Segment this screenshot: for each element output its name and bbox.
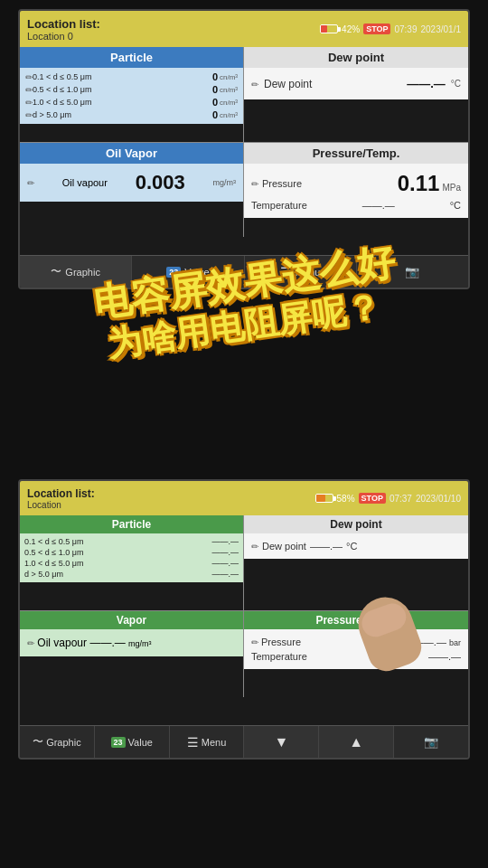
s2-pressure-section: Pressure/Temp. Pressure ——.— bar Tempera… [244,611,468,697]
camera-button[interactable] [357,256,468,288]
dew-value: ——.— [407,77,446,90]
table-row: 0.5 < d ≤ 1.0 μm ——.— [24,547,239,558]
bottom-toolbar: Graphic 23 Value Menu ▼ ▲ [20,725,468,758]
particle-val-2: 0 [212,84,218,95]
s2-pressure-title: Pressure/Temp. [244,611,468,629]
particle-val-1: 0 [212,71,218,82]
graphic-label: Graphic [65,267,100,278]
top-header: Location list: Location 0 42% STOP 07:39… [20,11,468,47]
bottom-stop: STOP [359,493,386,504]
dew-unit: °C [451,79,461,89]
particle-unit-1: cn/m³ [220,73,238,81]
status-area: 42% STOP 07:39 2023/01/1 [320,24,461,34]
s2-particle-section: Particle 0.1 < d ≤ 0.5 μm ——.— 0.5 < d ≤… [20,515,244,611]
table-row: 0.5 < d ≤ 1.0 μm 0 cn/m³ [25,83,238,96]
camera-icon [424,735,438,749]
bottom-graphic-button[interactable]: Graphic [20,726,95,758]
down-arrow-button[interactable]: ▼ [244,726,319,758]
particle-unit-4: cn/m³ [220,111,238,119]
particle-title: Particle [20,47,243,68]
s2-particle-rows: 0.1 < d ≤ 0.5 μm ——.— 0.5 < d ≤ 1.0 μm —… [20,533,243,582]
particle-rows: 0.1 < d ≤ 0.5 μm 0 cn/m³ 0.5 < d ≤ 1.0 μ… [20,68,243,124]
oil-unit: mg/m³ [213,178,237,187]
overlay-line2: 为啥用电阻屏呢？ [26,278,461,375]
dew-label: Dew point [264,78,312,90]
value-button[interactable]: 23 Value [132,256,244,288]
bottom-graphic-label: Graphic [46,737,81,748]
bottom-menu-label: Menu [202,737,227,748]
s2-temp-row: Temperature ——.— [251,649,461,664]
temp-value: ——.— [362,200,395,211]
pressure-section: Pressure/Temp. Pressure 0.11 MPa Tempera… [244,143,468,236]
menu-label: Menu [296,267,321,278]
stop-badge: STOP [363,24,390,34]
pressure-label: Pressure [262,178,302,189]
dew-title: Dew point [244,47,468,68]
location-value: Location 0 [27,31,100,42]
menu-button[interactable]: Menu [245,256,357,288]
particle-label-3: 1.0 < d ≤ 5.0 μm [33,98,212,107]
s2-dew-content: Dew point ——.— °C [244,533,468,559]
value-label: Value [184,267,209,278]
graphic-button[interactable]: Graphic [20,256,132,288]
pencil-icon [27,637,34,649]
s2-particle-title: Particle [20,515,243,533]
bottom-value-badge: 23 [111,737,126,748]
pressure-row: Pressure 0.11 MPa [251,169,461,198]
dew-section: Dew point Dew point ——.— °C [244,47,468,143]
menu-icon [280,265,292,279]
pencil-icon [25,110,33,120]
menu-icon [187,735,199,750]
bottom-time: 07:37 [389,494,412,504]
location-list-label: Location list: [27,17,100,31]
s2-temp-value: ——.— [428,651,461,662]
top-content: Particle 0.1 < d ≤ 0.5 μm 0 cn/m³ 0.5 < … [20,47,468,255]
particle-unit-2: cn/m³ [220,86,238,94]
camera-icon [405,265,419,278]
bottom-status: 58% STOP 07:37 2023/01/10 [315,493,461,504]
bottom-menu-button[interactable]: Menu [170,726,245,758]
s2-oil-content: Oil vapour ——.— mg/m³ [20,629,243,656]
temp-row: Temperature ——.— °C [251,198,461,212]
s2-p-val4: ——.— [211,570,239,579]
pressure-title: Pressure/Temp. [244,143,468,164]
s2-pressure-unit: bar [449,638,461,647]
particle-label-2: 0.5 < d ≤ 1.0 μm [33,85,212,94]
bottom-camera-button[interactable] [394,726,468,758]
particle-unit-3: cn/m³ [220,99,238,107]
table-row: d > 5.0 μm ——.— [24,569,239,580]
up-arrow-button[interactable]: ▲ [319,726,394,758]
particle-section: Particle 0.1 < d ≤ 0.5 μm 0 cn/m³ 0.5 < … [20,47,244,143]
s2-p-val2: ——.— [211,548,239,557]
s2-dew-unit: °C [346,541,357,552]
s2-oil-title: Vapor [20,611,243,629]
pencil-icon [251,541,258,552]
table-row: 1.0 < d ≤ 5.0 μm ——.— [24,558,239,569]
up-arrow-icon: ▲ [349,734,363,750]
s2-pressure-content: Pressure ——.— bar Temperature ——.— [244,629,468,669]
pressure-value: 0.11 [398,171,440,195]
table-row: d > 5.0 μm 0 cn/m³ [25,108,238,121]
s2-p-label3: 1.0 < d ≤ 5.0 μm [24,559,83,568]
s2-dew-label: Dew point [262,541,306,552]
pressure-unit: MPa [442,183,461,193]
pencil-icon [27,176,34,189]
down-arrow-icon: ▼ [274,734,288,750]
s2-dew-section: Dew point Dew point ——.— °C [244,515,468,611]
pencil-icon [25,72,33,82]
pressure-content: Pressure 0.11 MPa Temperature ——.— °C [244,164,468,218]
battery-icon [315,494,333,503]
wave-icon [51,264,61,279]
table-row: 0.1 < d ≤ 0.5 μm ——.— [24,536,239,547]
particle-val-4: 0 [212,109,218,120]
top-screen: Location list: Location 0 42% STOP 07:39… [18,9,470,289]
s2-dew-title: Dew point [244,515,468,533]
oil-label: Oil vapour [62,177,108,188]
oil-value: 0.003 [136,171,185,194]
s2-pressure-row: Pressure ——.— bar [251,635,461,649]
bottom-value-button[interactable]: 23 Value [95,726,170,758]
s2-p-label4: d > 5.0 μm [24,570,63,579]
value-badge: 23 [166,267,181,278]
s2-p-label2: 0.5 < d ≤ 1.0 μm [24,548,83,557]
s2-oil-value: ——.— [89,637,125,649]
